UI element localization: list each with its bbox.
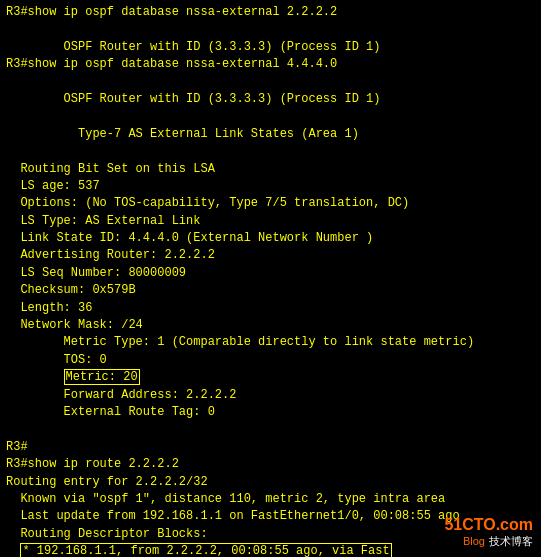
line-metric: Metric: 20 xyxy=(6,369,535,386)
watermark-label: 技术博客 xyxy=(489,534,533,549)
watermark-site: 51CTO.com xyxy=(444,516,533,534)
line-link-state-id: Link State ID: 4.4.4.0 (External Network… xyxy=(6,230,535,247)
line-routing-bit: Routing Bit Set on this LSA xyxy=(6,161,535,178)
line-options: Options: (No TOS-capability, Type 7/5 tr… xyxy=(6,195,535,212)
line-ls-type: LS Type: AS External Link xyxy=(6,213,535,230)
line-netmask: Network Mask: /24 xyxy=(6,317,535,334)
line-2 xyxy=(6,21,535,38)
line-r3-prompt: R3# xyxy=(6,439,535,456)
watermark: 51CTO.com Blog 技术博客 xyxy=(444,516,533,549)
line-known-via: Known via "ospf 1", distance 110, metric… xyxy=(6,491,535,508)
line-routing-entry: Routing entry for 2.2.2.2/32 xyxy=(6,474,535,491)
line-1: R3#show ip ospf database nssa-external 2… xyxy=(6,4,535,21)
watermark-blog: Blog xyxy=(463,535,485,547)
line-4: R3#show ip ospf database nssa-external 4… xyxy=(6,56,535,73)
line-show-route: R3#show ip route 2.2.2.2 xyxy=(6,456,535,473)
metric-highlight-box: Metric: 20 xyxy=(64,369,140,385)
line-ls-seq: LS Seq Number: 80000009 xyxy=(6,265,535,282)
line-checksum: Checksum: 0x579B xyxy=(6,282,535,299)
terminal-window: R3#show ip ospf database nssa-external 2… xyxy=(0,0,541,557)
route-highlight-box: * 192.168.1.1, from 2.2.2.2, 00:08:55 ag… xyxy=(20,543,391,557)
line-blank-2 xyxy=(6,421,535,438)
line-7 xyxy=(6,108,535,125)
line-8: Type-7 AS External Link States (Area 1) xyxy=(6,126,535,143)
line-ls-age: LS age: 537 xyxy=(6,178,535,195)
line-3: OSPF Router with ID (3.3.3.3) (Process I… xyxy=(6,39,535,56)
line-tos: TOS: 0 xyxy=(6,352,535,369)
line-adv-router: Advertising Router: 2.2.2.2 xyxy=(6,247,535,264)
line-ext-tag: External Route Tag: 0 xyxy=(6,404,535,421)
line-length: Length: 36 xyxy=(6,300,535,317)
line-9 xyxy=(6,143,535,160)
line-metric-type: Metric Type: 1 (Comparable directly to l… xyxy=(6,334,535,351)
line-6: OSPF Router with ID (3.3.3.3) (Process I… xyxy=(6,91,535,108)
line-forward-addr: Forward Address: 2.2.2.2 xyxy=(6,387,535,404)
line-5 xyxy=(6,74,535,91)
